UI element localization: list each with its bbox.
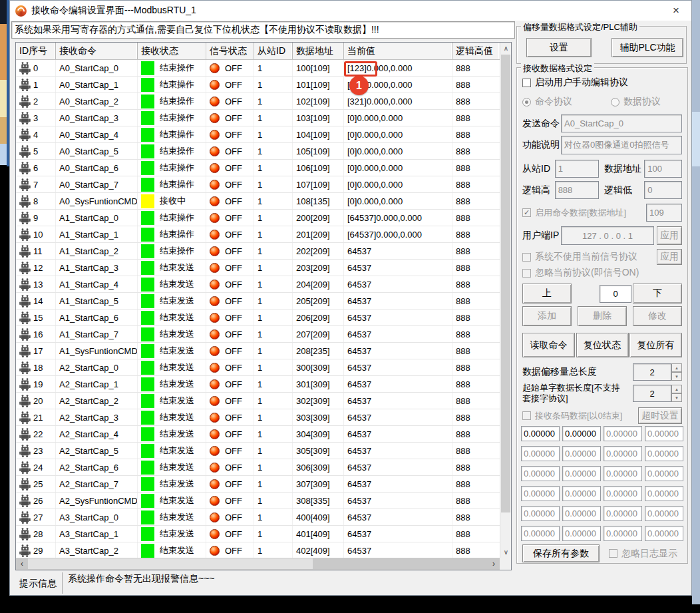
table-row[interactable]: 9A1_StartCap_0结束操作OFF1200[209][64537]0.0… [16,210,500,226]
barcode-checkbox[interactable] [522,411,531,420]
param-field[interactable]: 0.00000 [604,446,642,461]
spin-up-icon[interactable]: ▲ [671,385,682,393]
word-length-field[interactable]: 2 [633,385,671,402]
save-all-params-button[interactable]: 保存所有参数 [522,544,600,562]
table-row[interactable]: 20A2_StartCap_2结束发送OFF1302[309]64537888 [16,393,500,409]
horizontal-scrollbar[interactable]: ‹ › [16,558,500,570]
param-field[interactable]: 0.00000 [604,526,642,541]
plc-helper-button[interactable]: 辅助PLC功能 [612,38,683,57]
param-field[interactable]: 0.00000 [645,526,683,541]
move-index-field[interactable]: 0 [600,285,631,303]
table-row[interactable]: 10A1_StartCap_1结束操作OFF1201[209][64537]0.… [16,226,500,243]
settings-button[interactable]: 设置 [526,38,592,57]
param-field[interactable]: 0.00000 [521,506,560,521]
param-field[interactable]: 0.00000 [604,486,642,501]
table-row[interactable]: 12A1_StartCap_3结束发送OFF1203[209]64537888 [16,260,500,276]
timeout-button[interactable]: 超时设置 [638,407,682,424]
param-field[interactable]: 0.00000 [562,526,601,541]
param-field[interactable]: 0.00000 [645,506,683,521]
spin-up-icon[interactable]: ▲ [671,363,682,372]
table-row[interactable]: 15A1_StartCap_6结束发送OFF1206[209]64537888 [16,309,500,326]
param-field[interactable]: 0.00000 [521,446,560,461]
table-row[interactable]: 5A0_StartCap_5结束操作OFF1105[109][0]0.000,0… [16,143,500,160]
param-field[interactable]: 0.00000 [604,506,642,521]
param-field[interactable]: 0.00000 [562,466,601,481]
reset-state-button[interactable]: 复位状态 [576,333,629,357]
table-row[interactable]: 21A2_StartCap_3结束发送OFF1303[309]64537888 [16,409,500,426]
table-row[interactable]: 27A3_StartCap_0结束发送OFF1400[409]64537888 [16,509,500,526]
table-row[interactable]: 8A0_SysFuntionCMD接收中OFF1108[135][0]0.000… [16,193,500,210]
table-row[interactable]: 18A2_StartCap_0结束发送OFF1300[309]64537888 [16,359,500,376]
table-row[interactable]: 17A1_SysFuntionCMD结束发送OFF1208[235]645378… [16,343,500,359]
command-data-address-field[interactable]: 109 [646,204,682,222]
param-field[interactable]: 0.00000 [645,446,683,461]
move-down-button[interactable]: 下 [633,284,682,304]
scroll-down-icon[interactable]: ∨ [500,546,512,558]
ignore-protocol-checkbox[interactable] [522,269,531,278]
ip-apply-button[interactable]: 应用 [657,226,682,245]
scroll-left-icon[interactable]: ‹ [16,558,28,570]
read-command-button[interactable]: 读取命令 [522,333,575,357]
no-signal-apply-button[interactable]: 应用 [657,249,682,265]
spin-down-icon[interactable]: ▼ [671,393,682,402]
table-row[interactable]: 11A1_StartCap_2结束操作OFF1202[209]64537888 [16,243,500,260]
param-field[interactable]: 0.00000 [604,426,642,441]
param-field[interactable]: 0.00000 [562,506,601,521]
table-row[interactable]: 24A2_StartCap_6结束发送OFF1306[309]64537888 [16,459,500,476]
move-up-button[interactable]: 上 [522,284,572,304]
table-row[interactable]: 2A0_StartCap_2结束操作OFF1102[109][321]0.000… [16,93,500,110]
param-field[interactable]: 0.00000 [604,466,642,481]
param-field[interactable]: 0.00000 [521,526,560,541]
param-field[interactable]: 0.00000 [521,426,560,441]
enable-command-data-checkbox[interactable]: ✓ [522,208,531,217]
header-id[interactable]: ID序号 [16,43,56,59]
modify-button[interactable]: 修改 [633,306,682,326]
param-field[interactable]: 0.00000 [645,486,683,501]
header-data-address[interactable]: 数据地址 [293,43,344,59]
offset-length-field[interactable]: 2 [633,363,671,381]
header-logic-high[interactable]: 逻辑高值 [452,43,499,59]
table-row[interactable]: 0A0_StartCap_0结束操作OFF1100[109][123]0.000… [16,60,500,77]
table-row[interactable]: 29A3_StartCap_2结束发送OFF1402[409]64537888 [16,542,500,558]
horizontal-scroll-thumb[interactable] [28,558,313,569]
header-command[interactable]: 接收命令 [56,43,138,59]
scroll-up-icon[interactable]: ∧ [500,43,512,54]
reset-all-button[interactable]: 复位所有 [629,333,682,357]
header-receive-state[interactable]: 接收状态 [138,43,206,59]
table-row[interactable]: 6A0_StartCap_6结束操作OFF1106[109][0]0.000,0… [16,160,500,176]
table-row[interactable]: 22A2_StartCap_4结束发送OFF1304[309]64537888 [16,426,500,443]
param-field[interactable]: 0.00000 [562,426,601,441]
no-signal-protocol-checkbox[interactable] [522,253,531,262]
slave-id-field[interactable]: 1 [555,160,599,178]
table-row[interactable]: 28A3_StartCap_1结束发送OFF1401[409]64537888 [16,526,500,542]
logic-high-field[interactable]: 888 [555,181,599,199]
spin-down-icon[interactable]: ▼ [671,372,682,381]
ignore-log-checkbox[interactable] [609,549,617,558]
manual-protocol-checkbox[interactable] [522,79,531,87]
offset-length-spinner[interactable]: ▲▼ [671,363,682,381]
param-field[interactable]: 0.00000 [521,486,560,501]
vertical-scrollbar[interactable]: ∧ ∨ [500,43,511,558]
param-field[interactable]: 0.00000 [521,466,560,481]
param-field[interactable]: 0.00000 [562,446,601,461]
table-row[interactable]: 19A2_StartCap_1结束发送OFF1301[309]64537888 [16,376,500,393]
logic-low-field[interactable]: 0 [644,181,682,199]
header-current-value[interactable]: 当前值 [344,43,452,59]
word-length-spinner[interactable]: ▲▼ [671,385,682,402]
table-row[interactable]: 7A0_StartCap_7结束操作OFF1107[109][0]0.000,0… [16,176,500,193]
param-field[interactable]: 0.00000 [562,486,601,501]
table-row[interactable]: 4A0_StartCap_4结束操作OFF1104[109][0]0.000,0… [16,126,500,143]
param-field[interactable]: 0.00000 [645,426,683,441]
client-ip-field[interactable]: 127 . 0 . 0 . 1 [561,226,654,245]
send-command-field[interactable]: A0_StartCap_0 [561,114,682,132]
data-protocol-radio[interactable] [611,98,619,106]
function-desc-field[interactable]: 对位器0图像通道0拍照信号 [561,136,682,154]
table-row[interactable]: 26A2_SysFuntionCMD结束发送OFF1308[335]645378… [16,493,500,509]
header-slave-id[interactable]: 从站ID [254,43,293,59]
command-protocol-radio[interactable] [522,98,531,106]
param-field[interactable]: 0.00000 [645,466,683,481]
add-button[interactable]: 添加 [522,306,572,326]
table-row[interactable]: 1A0_StartCap_1结束操作OFF1101[109][123]0.000… [16,77,500,93]
table-row[interactable]: 25A2_StartCap_7结束发送OFF1307[309]64537888 [16,476,500,493]
data-address-field[interactable]: 100 [644,160,682,178]
